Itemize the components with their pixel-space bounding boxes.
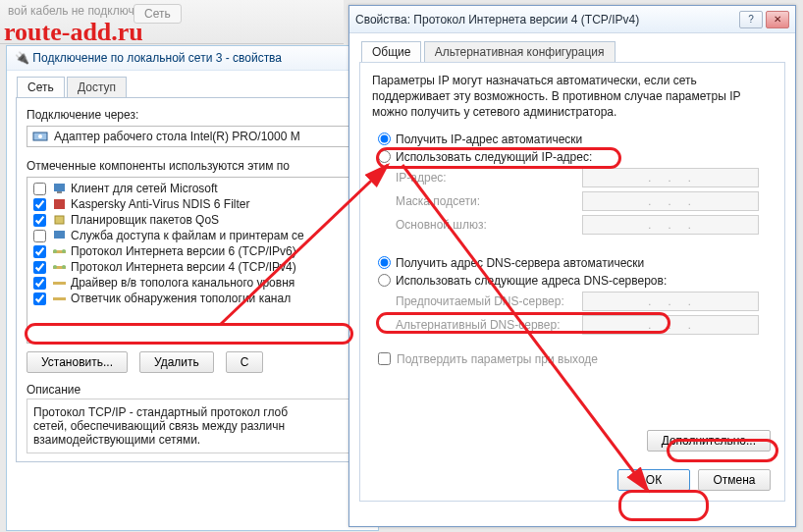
item-text: Ответчик обнаружения топологии канал <box>71 292 291 305</box>
list-item[interactable]: Служба доступа к файлам и принтерам се <box>29 228 355 243</box>
ipv4-window-title: Свойства: Протокол Интернета версии 4 (T… <box>355 13 736 27</box>
ip-manual-input[interactable] <box>378 150 391 163</box>
svg-rect-2 <box>54 184 65 191</box>
ipv4-panel: Параметры IP могут назначаться автоматич… <box>359 62 785 502</box>
protocol-icon <box>52 244 67 258</box>
validate-checkbox[interactable] <box>378 352 391 365</box>
svg-rect-5 <box>55 216 64 224</box>
components-list[interactable]: Клиент для сетей Microsoft Kaspersky Ant… <box>27 177 358 344</box>
dns-alternate-input: . . . <box>582 315 759 335</box>
item-text: Драйвер в/в тополога канального уровня <box>71 276 294 290</box>
components-label: Отмеченные компоненты используются этим … <box>27 159 358 173</box>
item-checkbox[interactable] <box>33 230 46 242</box>
close-button[interactable]: ✕ <box>766 11 789 28</box>
protocol-icon <box>52 260 67 274</box>
list-item[interactable]: Планировщик пакетов QoS <box>29 212 355 228</box>
ipv4-properties-window: Свойства: Протокол Интернета версии 4 (T… <box>348 5 796 527</box>
tab-access[interactable]: Доступ <box>67 77 127 97</box>
dns-manual-input[interactable] <box>378 274 391 287</box>
install-button[interactable]: Установить... <box>27 351 128 373</box>
item-text: Протокол Интернета версии 4 (TCP/IPv4) <box>71 260 296 274</box>
adapter-name: Адаптер рабочего стола Intel(R) PRO/1000… <box>54 130 300 143</box>
list-item[interactable]: Драйвер в/в тополога канального уровня <box>29 275 355 291</box>
connect-through-label: Подключение через: <box>27 108 358 122</box>
item-checkbox[interactable] <box>33 214 46 227</box>
dns-auto-label: Получить адрес DNS-сервера автоматически <box>396 256 644 270</box>
network-adapter-icon <box>32 130 48 143</box>
gateway-input: . . . <box>582 215 759 235</box>
subnet-mask-label: Маска подсети: <box>396 194 582 208</box>
svg-rect-4 <box>54 199 65 209</box>
item-text: Клиент для сетей Microsoft <box>71 182 218 195</box>
gateway-label: Основной шлюз: <box>396 218 582 232</box>
cancel-button[interactable]: Отмена <box>698 469 771 491</box>
adapter-panel: Подключение через: Адаптер рабочего стол… <box>16 97 369 462</box>
ip-manual-label: Использовать следующий IP-адрес: <box>396 150 592 164</box>
dns-preferred-label: Предпочитаемый DNS-сервер: <box>396 294 582 308</box>
list-item[interactable]: Kaspersky Anti-Virus NDIS 6 Filter <box>29 196 355 212</box>
item-checkbox[interactable] <box>33 245 46 258</box>
remove-button[interactable]: Удалить <box>139 351 214 373</box>
dns-manual-label: Использовать следующие адреса DNS-сервер… <box>396 274 667 288</box>
svg-point-12 <box>62 265 66 269</box>
properties-button[interactable]: С <box>226 351 264 373</box>
item-checkbox[interactable] <box>33 293 46 305</box>
ip-auto-radio[interactable]: Получить IP-адрес автоматически <box>378 133 773 146</box>
ok-button[interactable]: ОК <box>617 469 690 491</box>
watermark: route-add.ru <box>4 18 143 47</box>
svg-rect-3 <box>57 191 62 193</box>
validate-checkbox-row[interactable]: Подтвердить параметры при выходе <box>378 352 773 366</box>
svg-rect-14 <box>53 297 66 300</box>
kaspersky-icon <box>52 197 67 211</box>
item-text: Kaspersky Anti-Virus NDIS 6 Filter <box>71 197 250 211</box>
validate-label: Подтвердить параметры при выходе <box>397 352 598 366</box>
help-button[interactable]: ? <box>739 11 763 28</box>
protocol-icon <box>52 292 67 305</box>
dns-auto-input[interactable] <box>378 256 391 269</box>
protocol-icon <box>52 276 67 290</box>
ip-address-label: IP-адрес: <box>396 171 582 185</box>
share-icon <box>52 229 67 242</box>
list-item[interactable]: Протокол Интернета версии 4 (TCP/IPv4) <box>29 259 355 275</box>
ipv4-titlebar[interactable]: Свойства: Протокол Интернета версии 4 (T… <box>349 6 795 33</box>
client-icon <box>52 182 67 195</box>
item-text: Планировщик пакетов QoS <box>71 213 219 227</box>
adapter-title-text: Подключение по локальной сети 3 - свойст… <box>32 51 282 65</box>
svg-point-9 <box>62 249 66 253</box>
adapter-buttons-row: Установить... Удалить С <box>27 351 358 373</box>
dialog-confirm-row: ОК Отмена <box>617 469 771 491</box>
description-title: Описание <box>27 383 358 397</box>
list-item[interactable]: Протокол Интернета версии 6 (TCP/IPv6) <box>29 243 355 259</box>
adapter-properties-window: 🔌 Подключение по локальной сети 3 - свой… <box>6 45 379 531</box>
advanced-button[interactable]: Дополнительно... <box>647 430 771 452</box>
item-text: Протокол Интернета версии 6 (TCP/IPv6) <box>71 244 296 258</box>
item-text: Служба доступа к файлам и принтерам се <box>71 229 304 242</box>
item-checkbox[interactable] <box>33 183 46 195</box>
tab-alternate[interactable]: Альтернативная конфигурация <box>424 41 616 62</box>
tab-general[interactable]: Общие <box>361 41 421 62</box>
tab-network[interactable]: Сеть <box>17 77 65 97</box>
item-checkbox[interactable] <box>33 261 46 274</box>
svg-point-11 <box>53 265 57 269</box>
dns-preferred-input: . . . <box>582 292 759 311</box>
adapter-selector[interactable]: Адаптер рабочего стола Intel(R) PRO/1000… <box>27 126 358 147</box>
ip-address-input: . . . <box>582 168 759 187</box>
svg-rect-6 <box>54 231 65 239</box>
adapter-title-icon: 🔌 <box>15 51 32 65</box>
ip-auto-input[interactable] <box>378 133 391 145</box>
bg-network-label: Сеть <box>144 7 171 21</box>
list-item[interactable]: Клиент для сетей Microsoft <box>29 181 355 196</box>
list-item[interactable]: Ответчик обнаружения топологии канал <box>29 291 355 306</box>
item-checkbox[interactable] <box>33 198 46 211</box>
dns-alternate-label: Альтернативный DNS-сервер: <box>396 318 582 332</box>
dns-auto-radio[interactable]: Получить адрес DNS-сервера автоматически <box>378 256 773 270</box>
ipv4-tabs: Общие Альтернативная конфигурация <box>361 41 795 62</box>
svg-point-8 <box>53 249 57 253</box>
svg-rect-13 <box>53 282 66 285</box>
item-checkbox[interactable] <box>33 277 46 290</box>
ip-auto-label: Получить IP-адрес автоматически <box>396 133 582 146</box>
ipv4-info-text: Параметры IP могут назначаться автоматич… <box>372 73 773 121</box>
dns-manual-radio[interactable]: Использовать следующие адреса DNS-сервер… <box>378 274 773 288</box>
ip-manual-radio[interactable]: Использовать следующий IP-адрес: <box>378 150 773 164</box>
description-box: Протокол TCP/IP - стандартный протокол г… <box>27 399 358 453</box>
